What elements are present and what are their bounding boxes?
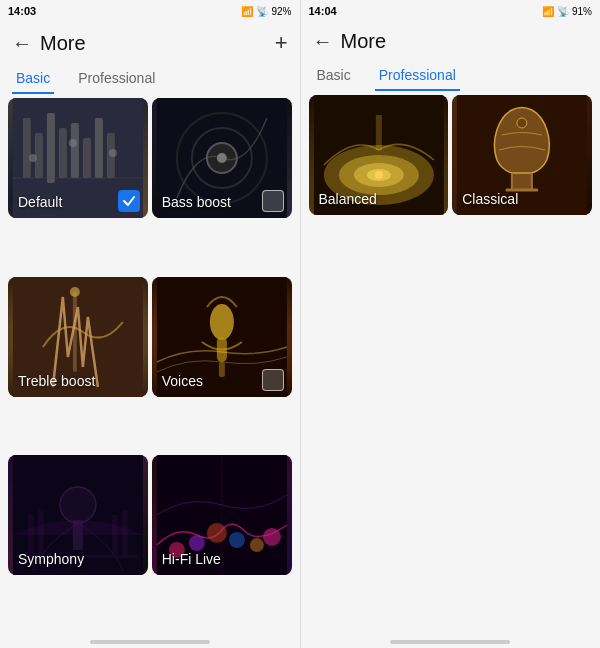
svg-point-49: [517, 118, 527, 128]
tab-professional-1[interactable]: Professional: [74, 64, 159, 94]
card-classical-label: Classical: [462, 191, 518, 207]
page-title-2: More: [341, 30, 387, 53]
wifi-icon-2: 📶: [542, 6, 554, 17]
svg-point-39: [263, 528, 281, 546]
card-treble-boost[interactable]: Treble boost: [8, 277, 148, 397]
card-balanced[interactable]: Balanced: [309, 95, 449, 215]
screen-basic: 14:03 📶 📡 92% ← More + Basic Professiona…: [0, 0, 300, 648]
sq-badge-voices: [262, 369, 284, 391]
status-bar-1: 14:03 📶 📡 92%: [0, 0, 300, 22]
card-hifi-live[interactable]: Hi-Fi Live: [152, 455, 292, 575]
svg-point-37: [229, 532, 245, 548]
header-left-2: ← More: [313, 30, 387, 53]
card-grid-2: Balanced Classical: [301, 91, 601, 634]
header-left-1: ← More: [12, 32, 86, 55]
battery-2: 91%: [572, 6, 592, 17]
status-icons-1: 📶 📡 92%: [241, 6, 291, 17]
card-hifi-live-label: Hi-Fi Live: [162, 551, 221, 567]
svg-rect-2: [35, 133, 43, 178]
svg-point-35: [189, 535, 205, 551]
svg-rect-19: [73, 292, 77, 372]
svg-point-26: [60, 487, 96, 523]
svg-rect-6: [83, 138, 91, 178]
sq-badge-bass: [262, 190, 284, 212]
back-button-2[interactable]: ←: [313, 30, 333, 53]
time-2: 14:04: [309, 5, 337, 17]
svg-point-10: [69, 139, 77, 147]
tabs-2: Basic Professional: [301, 61, 601, 91]
card-symphony[interactable]: Symphony: [8, 455, 148, 575]
card-classical[interactable]: Classical: [452, 95, 592, 215]
card-grid-1: Default Bass boost: [0, 94, 300, 634]
card-voices[interactable]: Voices: [152, 277, 292, 397]
status-icons-2: 📶 📡 91%: [542, 6, 592, 17]
svg-rect-47: [375, 115, 381, 150]
bottom-indicator-1: [90, 640, 210, 644]
tabs-1: Basic Professional: [0, 64, 300, 94]
card-treble-boost-label: Treble boost: [18, 373, 95, 389]
tab-basic-2[interactable]: Basic: [313, 61, 355, 91]
header-1: ← More +: [0, 22, 300, 64]
svg-point-11: [109, 149, 117, 157]
svg-point-9: [29, 154, 37, 162]
card-default-label: Default: [18, 194, 62, 210]
svg-rect-5: [71, 123, 79, 178]
svg-point-46: [374, 171, 382, 179]
header-2: ← More: [301, 22, 601, 61]
back-button-1[interactable]: ←: [12, 32, 32, 55]
card-bass-boost-label: Bass boost: [162, 194, 231, 210]
time-1: 14:03: [8, 5, 36, 17]
status-bar-2: 14:04 📶 📡 91%: [301, 0, 601, 22]
card-balanced-label: Balanced: [319, 191, 377, 207]
svg-rect-24: [219, 362, 225, 377]
check-badge-default: [118, 190, 140, 212]
card-default[interactable]: Default: [8, 98, 148, 218]
svg-point-38: [250, 538, 264, 552]
screen-professional: 14:04 📶 📡 91% ← More Basic Professional: [300, 0, 601, 648]
svg-rect-7: [95, 118, 103, 178]
wifi-icon: 📶: [241, 6, 253, 17]
add-button[interactable]: +: [275, 30, 288, 56]
tab-basic-1[interactable]: Basic: [12, 64, 54, 94]
svg-point-20: [70, 287, 80, 297]
card-bass-boost[interactable]: Bass boost: [152, 98, 292, 218]
svg-point-17: [217, 153, 227, 163]
signal-icon: 📡: [256, 6, 268, 17]
page-title-1: More: [40, 32, 86, 55]
svg-rect-1: [23, 118, 31, 178]
signal-icon-2: 📡: [557, 6, 569, 17]
svg-point-22: [210, 304, 234, 340]
card-voices-label: Voices: [162, 373, 203, 389]
battery-1: 92%: [271, 6, 291, 17]
svg-rect-3: [47, 113, 55, 183]
tab-professional-2[interactable]: Professional: [375, 61, 460, 91]
svg-rect-4: [59, 128, 67, 178]
svg-point-36: [207, 523, 227, 543]
card-symphony-label: Symphony: [18, 551, 84, 567]
bottom-indicator-2: [390, 640, 510, 644]
